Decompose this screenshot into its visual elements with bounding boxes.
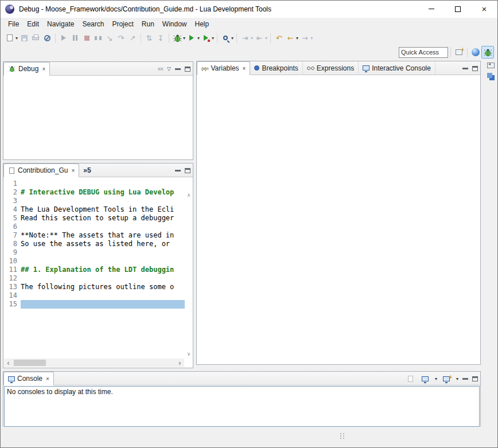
tab-contribution-guide[interactable]: Contribution_Gu ×	[3, 163, 79, 177]
forward-button[interactable]: →▾	[299, 32, 313, 44]
view-menu-icon[interactable]: ▽	[167, 66, 171, 72]
minimize-button[interactable]	[418, 1, 445, 17]
close-icon[interactable]: ×	[46, 376, 49, 382]
last-edit-location-button[interactable]: ↶	[273, 32, 285, 44]
editor-line[interactable]: 1	[3, 180, 185, 188]
menu-search[interactable]: Search	[78, 18, 108, 30]
scroll-right-icon[interactable]: ›	[176, 359, 184, 367]
tab-console[interactable]: Console ×	[3, 372, 54, 385]
use-step-filters-button[interactable]: ⇅	[143, 32, 155, 44]
skip-all-breakpoints-button[interactable]	[41, 32, 53, 44]
restore-view-icon[interactable]	[487, 63, 495, 68]
tab-expressions[interactable]: Expressions	[303, 61, 359, 75]
maximize-panel-icon[interactable]	[185, 168, 190, 173]
drop-to-frame-button[interactable]: ↧	[155, 32, 166, 44]
editor-line[interactable]: 9	[3, 248, 185, 257]
editor-line[interactable]: 5Read this section to setup a debugger	[3, 214, 185, 223]
tab-interactive-console[interactable]: Interactive Console	[359, 61, 435, 75]
editor-line[interactable]: 6	[3, 223, 185, 231]
close-icon[interactable]: ×	[71, 167, 75, 174]
previous-annotation-button[interactable]: ⇤▾	[254, 32, 268, 44]
step-return-button[interactable]: ↗	[127, 32, 138, 44]
save-button[interactable]	[18, 32, 30, 44]
open-console-menu-icon[interactable]: ▾	[456, 376, 458, 381]
menu-window[interactable]: Window	[158, 18, 191, 30]
run-button[interactable]: ▾	[186, 32, 200, 44]
editor-line[interactable]: 13The following pictures outline some o	[3, 283, 185, 291]
maximize-panel-icon[interactable]	[185, 67, 190, 72]
new-wizard-button[interactable]: ▾	[4, 32, 18, 44]
menu-run[interactable]: Run	[138, 18, 158, 30]
editor-line[interactable]: 12	[3, 274, 185, 283]
close-icon[interactable]: ×	[243, 65, 246, 72]
scroll-down-icon[interactable]: ∨	[187, 351, 191, 357]
scrollbar-thumb[interactable]	[14, 360, 46, 366]
debug-button[interactable]: ▾	[172, 32, 186, 44]
editor-line[interactable]: 2# Interactive DEBUG using Lua Develop	[3, 188, 185, 197]
editor-line[interactable]: 14	[3, 291, 185, 300]
editor-line-cursor[interactable]: 15	[3, 300, 185, 309]
menu-help[interactable]: Help	[191, 18, 213, 30]
toolbar-separator	[450, 48, 451, 57]
maximize-panel-icon[interactable]	[472, 66, 478, 71]
perspective-lua-button[interactable]	[470, 46, 481, 59]
close-button[interactable]: ×	[471, 1, 497, 17]
variables-icon: (x)=	[201, 66, 208, 71]
scroll-left-icon[interactable]: ‹	[4, 359, 13, 367]
minimize-panel-icon[interactable]	[175, 68, 181, 70]
editor-line[interactable]: 4The Lua Development Tools in the Ecli	[3, 205, 185, 214]
menu-file[interactable]: File	[4, 18, 23, 30]
minimized-view-icon[interactable]	[487, 73, 492, 78]
resume-button[interactable]	[58, 32, 69, 44]
quick-access-input[interactable]	[399, 47, 448, 58]
suspend-button[interactable]	[69, 32, 81, 44]
editor-line[interactable]: 7**Note:** The assets that are used in	[3, 231, 185, 240]
editor-overflow-tabs[interactable]: »5	[79, 163, 95, 177]
tab-breakpoints[interactable]: Breakpoints	[250, 61, 302, 75]
debug-view-body[interactable]	[3, 76, 193, 159]
editor-line[interactable]: 3	[3, 197, 185, 205]
scroll-up-icon[interactable]: ∧	[187, 192, 191, 198]
minimize-panel-icon[interactable]	[462, 68, 468, 69]
maximize-panel-icon[interactable]	[472, 376, 478, 381]
menubar: File Edit Navigate Search Project Run Wi…	[1, 18, 497, 30]
open-console-icon[interactable]: +	[441, 373, 452, 384]
step-over-button[interactable]: ↷	[115, 32, 127, 44]
editor-vertical-scrollbar[interactable]: ∧ ∨	[185, 191, 193, 358]
remove-all-terminated-icon[interactable]: ××	[157, 66, 163, 72]
tab-variables[interactable]: (x)= Variables ×	[197, 61, 250, 75]
minimize-panel-icon[interactable]	[462, 378, 468, 380]
open-perspective-button[interactable]	[453, 46, 465, 59]
menu-navigate[interactable]: Navigate	[43, 18, 78, 30]
editor-line[interactable]: 8So use the assets as listed here, or	[3, 240, 185, 248]
next-annotation-icon: ⇥	[240, 33, 250, 43]
back-button[interactable]: ←▾	[285, 32, 299, 44]
maximize-button[interactable]	[445, 1, 471, 17]
external-tools-button[interactable]: ▾	[200, 32, 215, 44]
editor-body[interactable]: 1 2# Interactive DEBUG using Lua Develop…	[3, 177, 193, 368]
print-button[interactable]	[30, 32, 41, 44]
disconnect-button[interactable]	[92, 32, 104, 44]
minimize-panel-icon[interactable]	[175, 170, 181, 172]
perspective-debug-button[interactable]	[481, 46, 494, 59]
variables-view-body[interactable]	[197, 75, 480, 364]
display-selected-console-icon[interactable]	[420, 373, 430, 384]
editor-line[interactable]: 10	[3, 257, 185, 266]
window-title: Debug - Moose_Framework/docs/Contributio…	[19, 5, 271, 13]
pin-console-icon[interactable]	[406, 373, 416, 384]
menu-edit[interactable]: Edit	[23, 18, 43, 30]
display-console-menu-icon[interactable]: ▾	[435, 376, 437, 381]
close-icon[interactable]: ×	[42, 66, 45, 72]
new-file-icon	[5, 33, 15, 43]
editor-horizontal-scrollbar[interactable]: ‹ ›	[4, 359, 184, 367]
terminate-button[interactable]	[81, 32, 92, 44]
step-into-button[interactable]: ↘	[104, 32, 115, 44]
tab-debug[interactable]: Debug ×	[3, 62, 50, 76]
menu-project[interactable]: Project	[108, 18, 137, 30]
sash-handle[interactable]	[340, 433, 345, 439]
search-button[interactable]: ▾	[220, 32, 234, 44]
console-body[interactable]: No consoles to display at this time.	[4, 386, 480, 427]
next-annotation-button[interactable]: ⇥▾	[239, 32, 254, 44]
editor-line[interactable]: 11## 1. Explanation of the LDT debuggin	[3, 266, 185, 274]
lua-perspective-icon	[470, 47, 481, 57]
